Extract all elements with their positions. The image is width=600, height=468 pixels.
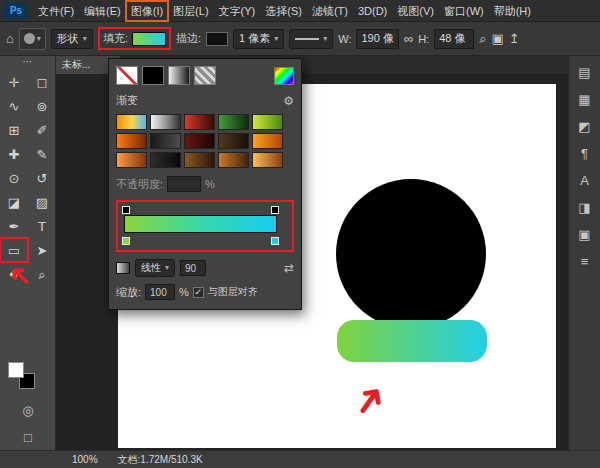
gear-icon[interactable]: ⚙	[283, 94, 294, 108]
gradient-preset-7[interactable]	[150, 133, 181, 149]
menu-help[interactable]: 帮助(H)	[489, 1, 536, 21]
brush-tool[interactable]: ✎	[30, 144, 54, 164]
tools-grid: ✛◻∿⊚⊞✐✚✎⊙↺◪▨✒T▭➤❖⌕	[0, 70, 55, 286]
menu-layer[interactable]: 图层(L)	[168, 1, 213, 21]
color-panel-icon[interactable]: ◩	[578, 120, 590, 133]
clone-stamp-tool[interactable]: ⊙	[2, 168, 26, 188]
eraser-tool[interactable]: ◪	[2, 192, 26, 212]
gradient-preset-2[interactable]	[150, 114, 181, 130]
spot-heal-tool[interactable]: ✚	[2, 144, 26, 164]
toolbar-bottom-icons: ◎□	[0, 404, 56, 444]
height-field[interactable]: 48 像	[434, 29, 474, 49]
fill-pattern-button[interactable]	[194, 66, 216, 85]
paragraph-panel-icon[interactable]: ¶	[581, 147, 588, 160]
channels-panel-icon[interactable]: ▣	[578, 228, 590, 241]
align-with-layer-checkbox[interactable]: ✓	[193, 287, 204, 298]
chevron-down-icon: ▾	[274, 35, 278, 43]
stroke-swatch[interactable]	[206, 32, 228, 46]
gradient-preset-1[interactable]	[116, 114, 147, 130]
stroke-width-field[interactable]: 1 像素 ▾	[233, 29, 284, 49]
shape-circle[interactable]	[336, 179, 486, 329]
character-panel-icon[interactable]: A	[580, 174, 589, 187]
menu-view[interactable]: 视图(V)	[392, 1, 439, 21]
gradient-style-row: 线性 ▾ 90 ⇄	[116, 259, 294, 277]
gradient-preset-9[interactable]	[218, 133, 249, 149]
document-info[interactable]: 文档:1.72M/510.3K	[118, 453, 203, 467]
screen-mode-icon[interactable]: □	[24, 431, 32, 444]
workspace-icon[interactable]: ▣	[491, 32, 503, 45]
reverse-gradient-icon[interactable]: ⇄	[284, 261, 294, 275]
options-bar: ⌂ ▾ 形状 ▾ 填充: 描边: 1 像素 ▾ ▾ W: 190 像 ∞ H: …	[0, 22, 600, 56]
menu-type[interactable]: 文字(Y)	[214, 1, 261, 21]
toolbar-more-icon[interactable]: ⋯	[0, 56, 55, 68]
gradient-preset-3[interactable]	[184, 114, 215, 130]
color-stop-right[interactable]	[271, 237, 279, 245]
foreground-color-swatch[interactable]	[8, 362, 24, 378]
share-icon[interactable]: ↥	[509, 32, 520, 45]
tool-preset-picker[interactable]: ▾	[19, 28, 46, 50]
history-brush-tool[interactable]: ↺	[30, 168, 54, 188]
home-icon[interactable]: ⌂	[6, 32, 14, 45]
menu-file[interactable]: 文件(F)	[33, 1, 79, 21]
gradient-preset-11[interactable]	[116, 152, 147, 168]
gradient-preset-13[interactable]	[184, 152, 215, 168]
properties-panel-icon[interactable]: ≡	[581, 255, 589, 268]
move-tool[interactable]: ✛	[2, 72, 26, 92]
crop-tool[interactable]: ⊞	[2, 120, 26, 140]
libraries-panel-icon[interactable]: ▦	[578, 93, 590, 106]
layers-panel-icon[interactable]: ◨	[578, 201, 590, 214]
gradient-preset-12[interactable]	[150, 152, 181, 168]
gradient-style-value: 线性	[141, 261, 161, 275]
gradient-style-select[interactable]: 线性 ▾	[135, 259, 175, 277]
gradient-preset-14[interactable]	[218, 152, 249, 168]
gradient-tool[interactable]: ▨	[30, 192, 54, 212]
adjustments-panel-icon[interactable]: ▤	[578, 66, 590, 79]
path-select-tool[interactable]: ➤	[30, 240, 54, 260]
pen-tool[interactable]: ✒	[2, 216, 26, 236]
menu-filter[interactable]: 滤镜(T)	[307, 1, 353, 21]
fill-none-button[interactable]	[116, 66, 138, 85]
tool-mode-select[interactable]: 形状 ▾	[51, 29, 93, 49]
menu-select[interactable]: 选择(S)	[260, 1, 307, 21]
fill-swatch[interactable]	[132, 32, 166, 46]
color-stop-left[interactable]	[122, 237, 130, 245]
shape-rounded-rect[interactable]	[337, 320, 487, 362]
status-bar: 100% 文档:1.72M/510.3K	[0, 450, 600, 468]
menu-edit[interactable]: 编辑(E)	[79, 1, 126, 21]
gradient-angle-field[interactable]: 90	[180, 260, 206, 276]
lasso-tool[interactable]: ∿	[2, 96, 26, 116]
fill-solid-button[interactable]	[142, 66, 164, 85]
search-icon[interactable]: ⌕	[479, 32, 486, 45]
stroke-type-select[interactable]: ▾	[289, 29, 333, 49]
marquee-tool[interactable]: ◻	[30, 72, 54, 92]
quick-select-tool[interactable]: ⊚	[30, 96, 54, 116]
gradient-preset-15[interactable]	[252, 152, 283, 168]
menu-threed[interactable]: 3D(D)	[353, 1, 392, 21]
scale-field[interactable]: 100	[145, 284, 175, 300]
opacity-stop-left[interactable]	[122, 206, 130, 214]
eyedropper-tool[interactable]: ✐	[30, 120, 54, 140]
opacity-field[interactable]	[167, 176, 201, 192]
gradient-preset-10[interactable]	[252, 133, 283, 149]
fill-popup-panel: 渐变 ⚙ 不透明度: % 线性 ▾ 90 ⇄	[108, 58, 302, 310]
link-dimensions-icon[interactable]: ∞	[404, 32, 413, 45]
fill-annotation-box: 填充:	[98, 27, 171, 50]
ellipse-preview-icon	[24, 33, 35, 44]
width-field[interactable]: 190 像	[356, 29, 398, 49]
gradient-preset-8[interactable]	[184, 133, 215, 149]
gradient-preset-4[interactable]	[218, 114, 249, 130]
zoom-level[interactable]: 100%	[72, 454, 98, 465]
opacity-stop-right[interactable]	[271, 206, 279, 214]
ps-logo-icon[interactable]: Ps	[4, 2, 28, 19]
gradient-preset-6[interactable]	[116, 133, 147, 149]
scale-label: 缩放:	[116, 285, 141, 300]
opacity-label: 不透明度:	[116, 177, 163, 192]
color-picker-icon[interactable]	[274, 67, 294, 85]
gradient-bar[interactable]	[124, 215, 277, 233]
fill-gradient-button[interactable]	[168, 66, 190, 85]
quick-mask-icon[interactable]: ◎	[22, 404, 33, 417]
menu-window[interactable]: 窗口(W)	[439, 1, 489, 21]
gradient-preset-5[interactable]	[252, 114, 283, 130]
menu-image[interactable]: 图像(I)	[126, 1, 168, 21]
text-tool[interactable]: T	[30, 216, 54, 236]
